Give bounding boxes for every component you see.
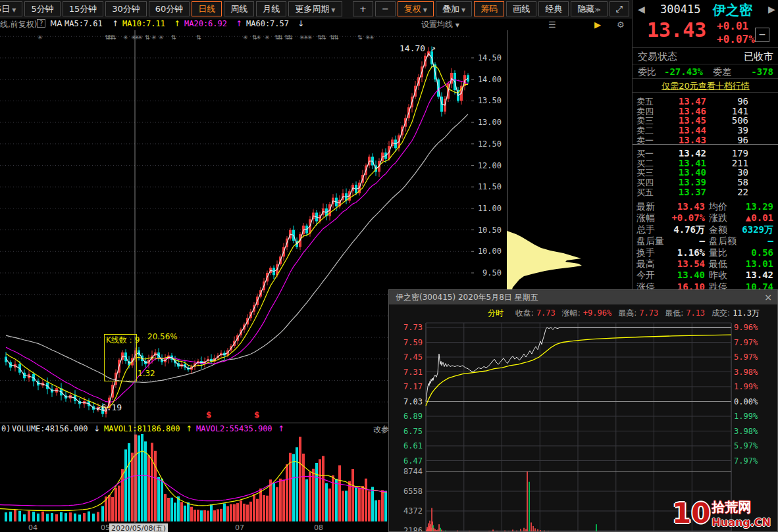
period-button-7[interactable]: 月线 [256,1,286,16]
stock-name: 伊之密 [713,1,752,19]
list-icon[interactable]: ☰ [548,20,556,30]
period-button-4[interactable]: 60分钟 [149,1,190,16]
level2-promo-link[interactable]: 仅需20元查看十档行情 [661,81,750,91]
svg-text:6.47: 6.47 [403,456,423,466]
measure-percent-label: 20.56% [147,332,178,341]
svg-text:7.45: 7.45 [403,352,423,362]
period-button-1[interactable]: 5分钟 [24,1,60,16]
ma-settings-button[interactable]: 设置均线 ▼ [421,19,459,30]
svg-text:3.98%: 3.98% [734,368,758,377]
measure-diff-label: 1.32 [138,369,155,378]
arrow-up-right-icon: ↗ [430,43,436,53]
selected-date-label: 2020/05/08(五) [109,523,168,532]
tool-button-3[interactable]: 叠加▼ [436,1,472,16]
next-stock-arrow[interactable]: ▶ [768,4,775,14]
modify-params-button[interactable]: 改参 [373,424,389,435]
event-marker-icon: ✳ [38,34,43,41]
ma-label: MA [50,19,63,28]
gear-icon[interactable]: ⚙ [617,20,625,30]
tool-button-1[interactable]: − [375,1,396,16]
low-price-annotation: ↙6.19 [96,402,122,412]
svg-text:7.03: 7.03 [403,397,423,406]
event-marker-icon: ✳ [265,34,270,41]
trade-status-value: 已收市 [744,51,773,63]
bid-1-volume: 179 [712,148,748,158]
month-label: 05 [101,523,110,532]
ask-2-volume: 39 [712,125,748,135]
mavol1-value: MAVOL1:81186.800 [104,424,180,433]
tab-fenshi[interactable]: 分时 [488,308,504,318]
mavol1-arrow-icon: ↑ [186,424,192,433]
event-marker-icon: ✳ [159,34,164,41]
svg-text:5.97%: 5.97% [734,352,758,362]
minute-chart-window: 伊之密(300415) 2020年5月8日 星期五 × 分时 收盘:7.73涨幅… [388,289,778,532]
period-button-5[interactable]: 日线 [192,1,222,16]
ask-4-volume: 141 [712,106,748,116]
stat-value: 4.76万 [652,224,705,236]
prev-stock-arrow[interactable]: ◀ [638,4,645,14]
stat-value: 13.43 [652,201,705,212]
flag-icon[interactable]: ▶ [594,20,601,30]
weibi-label: 委比 [638,66,656,78]
ma10-value: MA10:7.11 [122,19,165,28]
event-marker-icon: ✳ [138,34,143,41]
mavol2-value: MAVOL2:55435.900 [196,424,272,433]
period-button-3[interactable]: 30分钟 [105,1,147,16]
tool-button-6[interactable]: 经典 [538,1,569,16]
svg-text:9.50: 9.50 [482,268,502,278]
event-marker-icon: ⇅ [171,34,176,41]
weicha-value: -378 [751,66,773,77]
tool-button-2[interactable]: 复权▼ [398,1,434,16]
minimize-icon[interactable]: − [755,28,769,42]
minute-chart[interactable]: 7.739.96%7.597.97%7.455.97%7.313.98%7.17… [389,290,777,531]
period-button-2[interactable]: 15分钟 [63,1,104,16]
tool-button-5[interactable]: 画线 [506,1,536,16]
ask-4-price: 13.46 [659,106,706,116]
period-toolbar: 5日▼5分钟15分钟30分钟60分钟日线周线月线更多周期▼+−复权▼叠加▼筹码画… [0,0,632,18]
tool-button-8-fullscreen-icon[interactable]: ⤢ [609,1,629,16]
svg-text:7.73: 7.73 [403,323,423,332]
minute-info-label: 最低: [665,308,683,318]
bid-4-price: 13.39 [659,177,706,187]
event-marker-icon: ✳ [256,34,261,41]
event-marker-icon: ⇅ [196,34,201,41]
svg-text:7.31: 7.31 [403,368,423,377]
svg-text:4372: 4372 [403,506,423,516]
tool-button-7[interactable]: 隐藏≫ [571,1,607,16]
svg-text:14.50: 14.50 [478,53,502,62]
svg-text:6.61: 6.61 [403,441,423,450]
ask-3-price: 13.45 [659,115,706,126]
minute-info-value: 7.13 [686,308,705,318]
bid-5-label: 买五 [636,187,654,199]
event-marker-icon: ⇅ [288,34,293,41]
svg-text:9.96%: 9.96% [734,323,758,332]
stat-value: +0.07% [652,212,705,223]
stat-value: 0.56 [721,247,773,258]
tool-button-0[interactable]: + [353,1,373,16]
ma60-arrow-icon: ↓ [298,19,304,28]
trading-app: 5日▼5分钟15分钟30分钟60分钟日线周线月线更多周期▼+−复权▼叠加▼筹码画… [0,0,778,532]
stat-value: 13.42 [721,270,773,280]
svg-text:11.00: 11.00 [478,204,502,213]
high-price-annotation: 14.70 ↗ [400,43,436,53]
period-button-0[interactable]: 5日▼ [0,1,22,16]
tool-button-4[interactable]: 筹码 [474,1,504,16]
minute-info-bar: 分时 收盘:7.73涨幅:+9.96%最高:7.73最低:7.13成交:11.3… [488,308,766,319]
minute-info-value: 7.73 [536,308,556,318]
stat-value: 13.40 [652,270,705,280]
bid-1-price: 13.42 [659,148,706,158]
svg-text:7.59: 7.59 [403,338,423,347]
volume-value: VOLUME:48156.000 [12,424,88,433]
volume-header-fragment: 0) [1,424,11,433]
period-button-6[interactable]: 周线 [224,1,254,16]
svg-text:6558: 6558 [403,487,423,496]
event-markers-row: ✳⇅⇅⇅✳✳✳✳⇅✳✳⇅⇅✳⇅✳✳⇅⇅⇅⇅✳✳✳⇅⇅⇅⇅⇅✳✳ [0,34,632,42]
bid-3-price: 13.40 [659,167,706,178]
ma20-arrow-icon: ↑ [236,19,242,28]
svg-text:14.00: 14.00 [478,75,502,84]
minute-info-label: 涨幅: [562,308,581,318]
period-button-8[interactable]: 更多周期▼ [288,1,342,16]
svg-text:$: $ [206,410,211,420]
last-price: 13.43 [647,18,706,41]
help-icon[interactable]: ? [37,19,45,28]
